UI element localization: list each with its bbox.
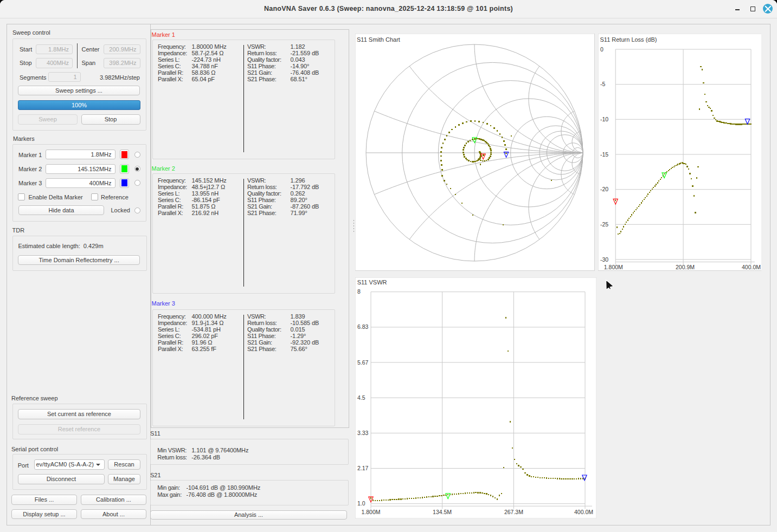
svg-text:6.83: 6.83 [357, 324, 369, 330]
svg-text:2.17: 2.17 [357, 465, 369, 471]
svg-text:-20: -20 [600, 186, 608, 192]
svg-text:1.800M: 1.800M [603, 264, 622, 270]
svg-text:8: 8 [357, 288, 361, 295]
svg-text:-25: -25 [600, 221, 608, 228]
svg-text:5.67: 5.67 [357, 359, 369, 366]
svg-text:-15: -15 [600, 151, 608, 158]
svg-text:-30: -30 [600, 256, 608, 263]
svg-text:-10: -10 [600, 116, 608, 122]
svg-text:200.9M: 200.9M [675, 264, 694, 270]
svg-text:4.5: 4.5 [357, 394, 365, 401]
svg-text:1.800M: 1.800M [361, 509, 380, 515]
svg-text:267.3M: 267.3M [504, 509, 523, 515]
svg-text:134.5M: 134.5M [433, 509, 452, 515]
svg-text:0: 0 [600, 46, 603, 53]
svg-text:1.0: 1.0 [357, 500, 365, 507]
svg-text:3.33: 3.33 [357, 430, 369, 436]
svg-text:400.0M: 400.0M [741, 264, 760, 270]
svg-text:-5: -5 [600, 81, 605, 87]
svg-text:400.0M: 400.0M [574, 509, 593, 515]
